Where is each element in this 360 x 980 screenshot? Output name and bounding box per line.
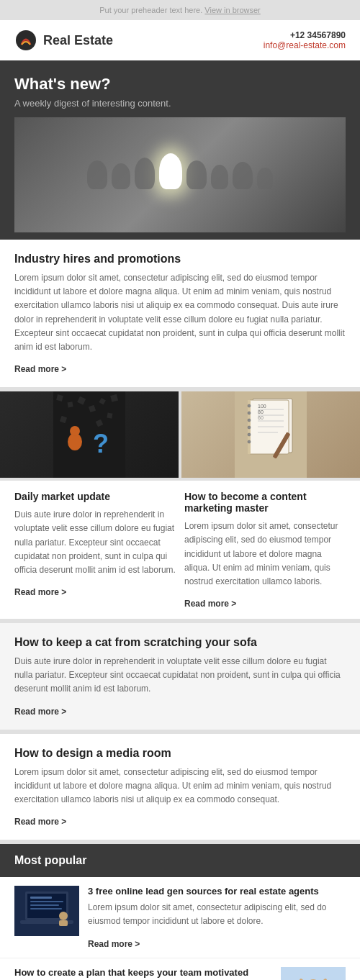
svg-text:60: 60 bbox=[258, 415, 264, 420]
laptop-illustration bbox=[14, 886, 79, 936]
bulbs-decoration bbox=[87, 153, 273, 196]
svg-rect-39 bbox=[30, 908, 62, 909]
question-illustration: ? bbox=[53, 391, 125, 478]
image-laptop bbox=[14, 886, 79, 936]
most-popular-title: Most popular bbox=[14, 854, 346, 867]
bulb-lit bbox=[159, 153, 182, 189]
svg-rect-10 bbox=[107, 413, 112, 419]
svg-point-27 bbox=[248, 412, 251, 414]
header-email[interactable]: info@real-estate.com bbox=[264, 40, 346, 50]
svg-text:100: 100 bbox=[258, 404, 266, 409]
svg-point-28 bbox=[248, 419, 251, 422]
svg-rect-37 bbox=[30, 901, 63, 902]
article-content-marketing: How to become a content marketing master… bbox=[184, 491, 346, 609]
two-col-images: ? 100 80 60 bbox=[0, 391, 360, 478]
header-phone: +12 34567890 bbox=[264, 30, 346, 40]
article-cat-sofa-read-more[interactable]: Read more bbox=[14, 707, 66, 717]
article-media-room-read-more[interactable]: Read more bbox=[14, 817, 66, 827]
image-question: ? bbox=[0, 391, 179, 478]
article-industry-read-more[interactable]: Read more bbox=[14, 364, 66, 374]
team-illustration bbox=[281, 967, 346, 980]
svg-point-29 bbox=[248, 426, 251, 429]
article-daily-market-text: Duis aute irure dolor in reprehenderit i… bbox=[14, 508, 176, 577]
article-daily-market: Daily market update Duis aute irure dolo… bbox=[14, 491, 176, 609]
article-media-room: How to design a media room Lorem ipsum d… bbox=[0, 734, 360, 840]
bulb-5 bbox=[211, 165, 228, 189]
svg-rect-36 bbox=[30, 897, 52, 899]
svg-text:?: ? bbox=[93, 429, 109, 458]
header-contact: +12 34567890 info@real-estate.com bbox=[264, 30, 346, 50]
bulb-3 bbox=[135, 158, 155, 189]
article-cat-sofa-text: Duis aute irure dolor in reprehenderit i… bbox=[14, 655, 346, 697]
article-cat-sofa: How to keep a cat from scratching your s… bbox=[0, 623, 360, 730]
view-in-browser-link[interactable]: View in browser bbox=[204, 6, 260, 14]
hero-subtitle: A weekly digest of interesting content. bbox=[14, 98, 346, 109]
article-media-room-title: How to design a media room bbox=[14, 747, 346, 760]
article-daily-market-read-more[interactable]: Read more bbox=[14, 587, 66, 597]
popular-item-lead-gen: 3 free online lead gen sources for real … bbox=[0, 877, 360, 958]
most-popular-header: Most popular bbox=[0, 844, 360, 877]
bulb-1 bbox=[87, 160, 107, 189]
article-media-room-text: Lorem ipsum dolor sit amet, consectetur … bbox=[14, 766, 346, 807]
article-daily-market-title: Daily market update bbox=[14, 491, 176, 502]
hero-banner: What's new? A weekly digest of interesti… bbox=[0, 60, 360, 240]
logo-text: Real Estate bbox=[43, 33, 113, 48]
bulb-7 bbox=[257, 168, 273, 189]
article-content-marketing-read-more[interactable]: Read more bbox=[184, 599, 236, 609]
svg-point-26 bbox=[248, 404, 251, 407]
svg-rect-1 bbox=[53, 391, 125, 478]
preheader: Put your preheader text here. View in br… bbox=[0, 0, 360, 20]
two-col-articles: Daily market update Duis aute irure dolo… bbox=[0, 481, 360, 619]
header: Real Estate +12 34567890 info@real-estat… bbox=[0, 20, 360, 60]
popular-item-lead-gen-title: 3 free online lead gen sources for real … bbox=[88, 886, 346, 897]
bulb-4 bbox=[186, 160, 207, 189]
article-industry: Industry hires and promotions Lorem ipsu… bbox=[0, 240, 360, 387]
svg-rect-42 bbox=[59, 920, 68, 926]
logo-area: Real Estate bbox=[14, 29, 113, 52]
bulb-6 bbox=[233, 162, 253, 189]
popular-item-team-text: How to create a plan that keeps your tea… bbox=[14, 967, 272, 980]
popular-item-team: How to create a plan that keeps your tea… bbox=[0, 958, 360, 980]
article-industry-title: Industry hires and promotions bbox=[14, 253, 346, 266]
article-cat-sofa-title: How to keep a cat from scratching your s… bbox=[14, 636, 346, 649]
svg-rect-38 bbox=[30, 904, 59, 906]
image-team bbox=[281, 967, 346, 980]
notebook-bg: 100 80 60 bbox=[181, 391, 360, 478]
image-notebook: 100 80 60 bbox=[181, 391, 360, 478]
email-wrapper: Put your preheader text here. View in br… bbox=[0, 0, 360, 980]
svg-text:80: 80 bbox=[258, 409, 264, 414]
article-content-marketing-title: How to become a content marketing master bbox=[184, 491, 346, 514]
hero-image bbox=[14, 117, 346, 232]
popular-item-lead-gen-desc: Lorem ipsum dolor sit amet, consectetur … bbox=[88, 901, 346, 928]
popular-item-team-title: How to create a plan that keeps your tea… bbox=[14, 967, 272, 978]
preheader-text: Put your preheader text here. bbox=[99, 6, 202, 14]
svg-point-41 bbox=[59, 912, 68, 920]
article-content-marketing-text: Lorem ipsum dolor sit amet, consectetur … bbox=[184, 520, 346, 589]
popular-item-lead-gen-read-more[interactable]: Read more bbox=[88, 939, 140, 949]
svg-point-31 bbox=[248, 440, 251, 443]
svg-rect-3 bbox=[68, 401, 73, 407]
notebook-illustration: 100 80 60 bbox=[235, 391, 307, 478]
bulb-2 bbox=[112, 163, 130, 189]
svg-point-30 bbox=[248, 433, 251, 436]
popular-item-lead-gen-text: 3 free online lead gen sources for real … bbox=[88, 886, 346, 948]
svg-point-12 bbox=[70, 426, 80, 436]
hero-title: What's new? bbox=[14, 75, 346, 94]
svg-rect-44 bbox=[281, 967, 346, 980]
logo-icon bbox=[14, 29, 37, 52]
article-industry-text: Lorem ipsum dolor sit amet, consectetur … bbox=[14, 271, 346, 354]
dark-question-bg: ? bbox=[0, 391, 179, 478]
